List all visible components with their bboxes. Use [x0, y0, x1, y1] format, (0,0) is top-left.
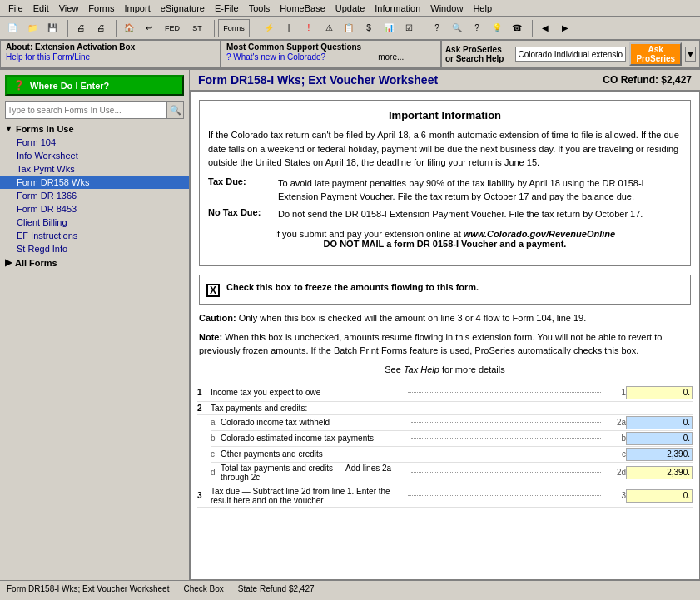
forms-in-use-label: Forms In Use	[16, 124, 74, 134]
line-1-dots	[408, 392, 602, 393]
tax-help-suffix: for more details	[442, 364, 505, 374]
support-link[interactable]: What's new in Colorado?	[233, 52, 325, 62]
do-not-mail: DO NOT MAIL a form DR 0158-I Voucher and…	[324, 239, 567, 249]
home-btn[interactable]: 🏠	[120, 19, 138, 37]
line-1-input[interactable]	[626, 386, 693, 399]
menu-efile[interactable]: E-File	[210, 3, 244, 13]
menu-esignature[interactable]: eSignature	[156, 3, 210, 13]
main-layout: ❓ Where Do I Enter? 🔍 ▼ Forms In Use For…	[0, 70, 700, 580]
return-btn[interactable]: ↩	[140, 19, 158, 37]
save-btn[interactable]: 💾	[43, 19, 62, 37]
caution-text: Only when this box is checked will the a…	[239, 313, 587, 323]
line-2d-input[interactable]	[626, 466, 693, 479]
tool3[interactable]: !	[300, 19, 318, 37]
more-link[interactable]: more...	[378, 52, 404, 62]
menu-view[interactable]: View	[54, 3, 84, 13]
search-input[interactable]	[6, 104, 166, 117]
sep1	[65, 20, 68, 37]
menu-bar: File Edit View Forms Import eSignature E…	[0, 0, 700, 17]
nav-right[interactable]: ▶	[556, 19, 574, 37]
open-btn[interactable]: 📁	[23, 19, 42, 37]
line-2d-ref: 2d	[601, 468, 626, 477]
line-2b-input[interactable]	[626, 432, 693, 445]
all-forms-label: All Forms	[15, 258, 57, 268]
line-2a-input[interactable]	[626, 416, 693, 429]
menu-file[interactable]: File	[3, 3, 28, 13]
tool6[interactable]: $	[360, 19, 378, 37]
important-info-box: Important Information If the Colorado ta…	[199, 100, 691, 266]
tool7[interactable]: 📊	[380, 19, 398, 37]
new-btn[interactable]: 📄	[3, 19, 22, 37]
about-bar: About: Extension Activation Box Help for…	[0, 40, 700, 70]
ask-proseries-button[interactable]: Ask ProSeries	[629, 42, 682, 66]
forms-btn[interactable]: Forms	[218, 19, 250, 37]
tool4[interactable]: ⚠	[320, 19, 338, 37]
menu-help[interactable]: Help	[468, 3, 497, 13]
tool1[interactable]: ⚡	[260, 19, 278, 37]
tool13[interactable]: ☎	[508, 19, 526, 37]
line-2c-input[interactable]	[626, 448, 693, 461]
form-item-tax-pymt[interactable]: Tax Pymt Wks	[0, 162, 189, 176]
form-item-dr158[interactable]: Form DR158 Wks	[0, 176, 189, 189]
freeze-checkbox-label: Check this box to freeze the amounts flo…	[226, 282, 479, 292]
tool10[interactable]: 🔍	[448, 19, 466, 37]
menu-tools[interactable]: Tools	[244, 3, 276, 13]
menu-update[interactable]: Update	[330, 3, 370, 13]
line-2b-letter: b	[211, 434, 221, 443]
forms-in-use-header[interactable]: ▼ Forms In Use	[0, 122, 189, 136]
left-panel: ❓ Where Do I Enter? 🔍 ▼ Forms In Use For…	[0, 70, 190, 580]
about-section1: About: Extension Activation Box Help for…	[0, 40, 221, 68]
line-2-num: 2	[197, 404, 211, 413]
menu-import[interactable]: Import	[120, 3, 156, 13]
all-forms-header[interactable]: ▶ All Forms	[0, 255, 189, 270]
line-2d-dots	[411, 472, 602, 473]
where-do-i-enter-button[interactable]: ❓ Where Do I Enter?	[5, 75, 184, 96]
ask-dropdown-arrow[interactable]: ▼	[685, 47, 696, 62]
tool5[interactable]: 📋	[340, 19, 358, 37]
line-3-dots	[408, 495, 602, 496]
line-2b-dots	[411, 438, 602, 439]
form-item-dr8453[interactable]: Form DR 8453	[0, 202, 189, 216]
form-item-form104[interactable]: Form 104	[0, 136, 189, 149]
line-3-ref: 3	[601, 491, 626, 500]
line-2d-letter: d	[211, 468, 221, 477]
form-item-st-regd[interactable]: St Regd Info	[0, 242, 189, 255]
tool9[interactable]: ?	[428, 19, 446, 37]
ask-title: Ask ProSeries or Search Help	[445, 45, 513, 63]
sep5	[421, 20, 424, 37]
tax-due-label: Tax Due:	[208, 176, 275, 186]
tool12[interactable]: 💡	[488, 19, 506, 37]
caution-label: Caution:	[199, 313, 236, 323]
tool2[interactable]: |	[280, 19, 298, 37]
menu-homebase[interactable]: HomeBase	[275, 3, 330, 13]
print2-btn[interactable]: 🖨	[92, 19, 110, 37]
ask-search-input[interactable]	[515, 47, 626, 62]
search-icon[interactable]: 🔍	[166, 102, 183, 118]
tool8[interactable]: ☑	[400, 19, 418, 37]
about-link[interactable]: Help for this Form/Line	[6, 52, 90, 62]
note-text: Note: When this box is unchecked, amount…	[199, 330, 691, 358]
form-item-info-worksheet[interactable]: Info Worksheet	[0, 149, 189, 162]
line-3-input[interactable]	[626, 489, 693, 503]
form-item-ef-instructions[interactable]: EF Instructions	[0, 229, 189, 242]
line-1-label: Income tax you expect to owe	[211, 388, 408, 397]
tax-lines: 1 Income tax you expect to owe 1 2 Tax p…	[191, 381, 699, 511]
nav-left[interactable]: ◀	[536, 19, 554, 37]
menu-window[interactable]: Window	[425, 3, 468, 13]
print-btn[interactable]: 🖨	[72, 19, 90, 37]
menu-forms[interactable]: Forms	[83, 3, 119, 13]
form-item-client-billing[interactable]: Client Billing	[0, 216, 189, 229]
tool11[interactable]: ?	[468, 19, 486, 37]
important-info-title: Important Information	[208, 109, 682, 121]
form-item-dr1366[interactable]: Form DR 1366	[0, 189, 189, 202]
no-tax-due-text: Do not send the DR 0158-I Extension Paym…	[278, 207, 682, 221]
menu-edit[interactable]: Edit	[28, 3, 54, 13]
st-btn[interactable]: ST	[186, 19, 208, 37]
tax-help-line: See Tax Help for more details	[191, 364, 699, 374]
line-2a-letter: a	[211, 418, 221, 427]
fed-btn[interactable]: FED	[160, 19, 185, 37]
tax-line-1: 1 Income tax you expect to owe 1	[197, 384, 693, 402]
menu-information[interactable]: Information	[370, 3, 425, 13]
forms-section: ▼ Forms In Use Form 104 Info Worksheet T…	[0, 122, 189, 580]
freeze-checkbox[interactable]: X	[206, 284, 220, 297]
